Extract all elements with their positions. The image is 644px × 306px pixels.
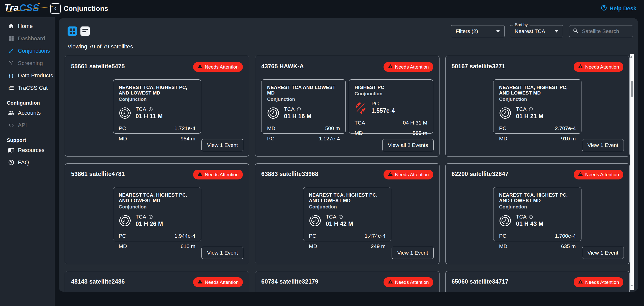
- sidebar-item-label: Home: [18, 23, 33, 29]
- satellite-card: 62200 satellite32647Needs AttentionNEARE…: [445, 163, 630, 264]
- sort-dropdown[interactable]: Sort by Nearest TCA: [510, 25, 563, 37]
- badge-label: Needs Attention: [205, 172, 239, 177]
- stat-row: MD610 m: [119, 243, 195, 249]
- grid-view-toggle[interactable]: [68, 26, 77, 36]
- hero-metric-label: TCA: [516, 214, 543, 220]
- panel-hero: TCA01 H 26 M: [119, 214, 195, 227]
- chevron-left-icon: ‹: [54, 5, 56, 12]
- conjunction-panel: NEAREST TCA, HIGHEST PC, AND LOWEST MDCo…: [303, 187, 391, 241]
- view-events-button[interactable]: View 1 Event: [201, 247, 243, 259]
- panel-stats: TCA04 H 31 MMD585 m: [355, 120, 427, 136]
- view-events-button[interactable]: View 1 Event: [392, 247, 433, 259]
- hero-metric-value: 01 H 43 M: [516, 221, 543, 227]
- view-events-button[interactable]: View 1 Event: [582, 247, 624, 259]
- stat-value: 1.127e-4: [319, 136, 340, 142]
- sidebar-item-conjunctions[interactable]: Conjunctions: [0, 45, 55, 57]
- view-events-button[interactable]: View 1 Event: [582, 139, 624, 151]
- panel-hero: TCA01 H 43 M: [499, 214, 576, 227]
- view-events-button[interactable]: View all 2 Events: [382, 139, 434, 151]
- satellite-search: [569, 25, 633, 37]
- stat-label: MD: [119, 243, 127, 249]
- app-logo[interactable]: TraCSS ✦: [4, 3, 39, 13]
- satellite-name: 63883 satellite33968: [261, 170, 318, 177]
- view-events-button[interactable]: View 1 Event: [201, 139, 243, 151]
- panel-title: NEAREST TCA AND LOWEST MD: [267, 85, 340, 96]
- sidebar-item-tracss-cat[interactable]: 123 TraCSS Cat: [0, 82, 55, 94]
- panel-title: HIGHEST PC: [355, 85, 427, 90]
- stat-value: 1.474e-4: [365, 233, 386, 239]
- hero-metric-value: 1.557e-4: [371, 107, 395, 114]
- needs-attention-badge: Needs Attention: [574, 62, 623, 72]
- sidebar-item-data-products[interactable]: { } Data Products: [0, 69, 55, 82]
- satellite-card: 43765 HAWK-ANeeds AttentionNEAREST TCA A…: [255, 56, 439, 157]
- numbered-list-icon: 123: [8, 84, 15, 91]
- satellite-card: 63883 satellite33968Needs AttentionNEARE…: [255, 163, 439, 264]
- info-icon[interactable]: [529, 107, 533, 111]
- panel-stats: PC1.944e-4MD610 m: [119, 233, 195, 249]
- info-icon[interactable]: [149, 107, 153, 111]
- stat-row: MD249 m: [309, 243, 386, 249]
- sidebar-collapse-button[interactable]: ‹: [50, 3, 61, 14]
- hero-metric: TCA01 H 42 M: [326, 214, 353, 227]
- badge-label: Needs Attention: [585, 172, 619, 177]
- scrollbar-thumb[interactable]: [631, 81, 633, 97]
- badge-label: Needs Attention: [395, 64, 429, 70]
- sidebar-item-label: FAQ: [18, 159, 29, 166]
- sidebar-item-home[interactable]: Home: [0, 20, 55, 32]
- card-view-toggle[interactable]: [80, 26, 90, 36]
- hero-metric-value: 01 H 26 M: [136, 221, 163, 227]
- metric-name: PC: [371, 101, 379, 107]
- scrollbar-track[interactable]: [630, 54, 634, 290]
- info-icon[interactable]: [297, 107, 301, 111]
- info-icon[interactable]: [529, 215, 533, 219]
- sidebar-item-api[interactable]: API: [0, 119, 55, 131]
- help-desk-link[interactable]: Help Desk: [601, 0, 636, 17]
- top-header: TraCSS ✦ ‹ Conjunctions Help Desk: [0, 0, 644, 17]
- satellite-name: 55661 satellite5475: [71, 62, 125, 70]
- stat-value: 635 m: [561, 243, 576, 249]
- sidebar-item-label: Data Products: [18, 72, 53, 79]
- scroll-down-button[interactable]: [631, 285, 633, 287]
- code-icon: [8, 122, 15, 129]
- stat-value: 910 m: [561, 136, 576, 142]
- scroll-up-button[interactable]: [630, 56, 632, 58]
- logo-text-css: CSS: [19, 3, 39, 13]
- sidebar-item-resources[interactable]: Resources: [0, 144, 55, 156]
- clock-icon: [119, 215, 131, 227]
- stat-row: MD635 m: [499, 243, 576, 249]
- hero-metric-label: TCA: [284, 106, 311, 112]
- card-header: 65060 satellite34717Needs Attention: [452, 277, 623, 287]
- filters-dropdown[interactable]: Filters (2): [451, 25, 505, 37]
- card-header: 48143 satellite2486Needs Attention: [71, 277, 243, 287]
- sidebar-item-dashboard[interactable]: Dashboard: [0, 32, 55, 45]
- stat-row: PC2.707e-4: [499, 125, 576, 131]
- badge-label: Needs Attention: [395, 172, 429, 177]
- info-icon[interactable]: [339, 215, 343, 219]
- question-circle-icon: [8, 159, 15, 166]
- sidebar-item-accounts[interactable]: Accounts: [0, 107, 55, 119]
- hero-metric-label: TCA: [326, 214, 353, 220]
- stat-label: MD: [267, 125, 275, 131]
- hero-metric-value: 01 H 11 M: [136, 113, 163, 120]
- info-icon[interactable]: [149, 215, 153, 219]
- satellite-icon: [8, 47, 15, 54]
- panel-title: NEAREST TCA, HIGHEST PC, AND LOWEST MD: [119, 85, 195, 96]
- panel-title: NEAREST TCA, HIGHEST PC, AND LOWEST MD: [309, 192, 386, 203]
- search-icon: [573, 28, 579, 35]
- needs-attention-badge: Needs Attention: [193, 62, 243, 72]
- card-header: 43765 HAWK-ANeeds Attention: [261, 62, 433, 72]
- clock-icon: [499, 107, 511, 119]
- stat-label: PC: [119, 125, 126, 131]
- search-input[interactable]: [581, 28, 630, 35]
- card-header: 55661 satellite5475Needs Attention: [71, 62, 243, 72]
- satellite-card: 53861 satellite4781Needs AttentionNEARES…: [65, 163, 249, 264]
- sort-by-label: Sort by: [513, 23, 530, 27]
- sidebar-item-screening[interactable]: Screening: [0, 57, 55, 69]
- sidebar-item-faq[interactable]: FAQ: [0, 156, 55, 169]
- panel-subtitle: Conjunction: [499, 97, 576, 102]
- panel-subtitle: Conjunction: [267, 97, 340, 102]
- app-root: TraCSS ✦ ‹ Conjunctions Help Desk Home D…: [0, 0, 644, 306]
- metric-name: TCA: [284, 106, 295, 112]
- braces-icon: { }: [8, 72, 15, 79]
- metric-name: TCA: [516, 214, 526, 220]
